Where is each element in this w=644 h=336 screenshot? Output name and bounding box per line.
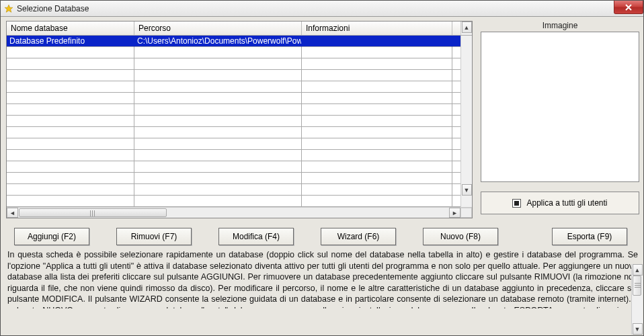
table-cell-path[interactable] [134,138,302,150]
table-cell-name[interactable] [7,116,134,127]
table-cell-info[interactable] [302,47,452,58]
table-cell-path[interactable] [134,184,302,196]
table-cell-info[interactable] [302,184,452,196]
table-cell-path[interactable] [134,58,302,70]
table-cell-info[interactable] [302,58,452,70]
table-row[interactable] [7,81,460,93]
table-cell-path[interactable] [134,116,302,127]
table-cell-rest [452,173,460,184]
image-preview-box [481,32,639,182]
vscroll-up-icon[interactable]: ▲ [462,22,472,33]
col-header-path[interactable]: Percorso [134,22,302,35]
close-button[interactable] [614,1,643,14]
table-cell-name[interactable] [7,47,134,58]
table-cell-info[interactable] [302,70,452,81]
help-vscroll-up-icon[interactable]: ▲ [633,264,643,276]
table-cell-info[interactable] [302,150,452,161]
table-row[interactable]: Database PredefinitoC:\Users\Antonioz\Do… [7,36,460,47]
table-cell-rest [452,81,460,93]
table-cell-rest [452,36,460,47]
table-cell-info[interactable] [302,138,452,150]
wizard-button[interactable]: Wizard (F6) [321,228,396,245]
table-cell-name[interactable] [7,58,134,70]
table-cell-rest [452,104,460,116]
table-row[interactable] [7,150,460,161]
table-cell-info[interactable] [302,36,452,47]
table-cell-name[interactable] [7,161,134,173]
modify-button[interactable]: Modifica (F4) [218,228,294,245]
table-row[interactable] [7,127,460,138]
image-caption: Immagine [481,21,639,30]
table-horizontal-scrollbar[interactable]: ◄ ► [7,207,472,218]
table-cell-name[interactable] [7,173,134,184]
table-row[interactable] [7,104,460,116]
database-table[interactable]: Nome database Percorso Informazioni ▲ Da… [6,21,473,218]
table-row[interactable] [7,161,460,173]
new-button[interactable]: Nuovo (F8) [423,228,498,245]
table-cell-path[interactable] [134,104,302,116]
table-row[interactable] [7,138,460,150]
table-cell-rest [452,196,460,207]
table-cell-rest [452,58,460,70]
help-vertical-scrollbar[interactable]: ▲ ▼ [631,264,643,335]
col-header-spacer [452,22,460,35]
table-cell-rest [452,116,460,127]
table-cell-rest [452,161,460,173]
table-vertical-scrollbar[interactable]: ▼ [460,36,472,207]
hscroll-left-icon[interactable]: ◄ [7,208,18,218]
table-cell-info[interactable] [302,116,452,127]
table-cell-info[interactable] [302,104,452,116]
col-header-info[interactable]: Informazioni [302,22,452,35]
table-cell-name[interactable] [7,196,134,207]
table-row[interactable] [7,47,460,58]
table-cell-name[interactable] [7,138,134,150]
table-cell-path[interactable] [134,93,302,104]
remove-button[interactable]: Rimuovi (F7) [116,228,192,245]
hscroll-right-icon[interactable]: ► [449,208,460,218]
table-cell-info[interactable] [302,173,452,184]
table-cell-name[interactable] [7,127,134,138]
table-row[interactable] [7,93,460,104]
table-cell-name[interactable] [7,184,134,196]
table-cell-name[interactable] [7,93,134,104]
table-cell-name[interactable] [7,81,134,93]
apply-all-users-toggle[interactable]: Applica a tutti gli utenti [481,192,639,214]
table-row[interactable] [7,58,460,70]
hscroll-thumb[interactable] [19,208,167,217]
vscroll-down-icon[interactable]: ▼ [462,184,472,196]
help-vscroll-thumb[interactable] [633,276,641,296]
table-cell-info[interactable] [302,127,452,138]
table-cell-path[interactable] [134,81,302,93]
table-cell-name[interactable] [7,104,134,116]
table-cell-info[interactable] [302,196,452,207]
table-cell-name[interactable] [7,150,134,161]
table-row[interactable] [7,184,460,196]
table-cell-rest [452,184,460,196]
help-text: In questa scheda è possibile selezionare… [1,245,643,308]
table-row[interactable] [7,70,460,81]
table-cell-path[interactable] [134,173,302,184]
table-cell-rest [452,127,460,138]
col-header-name[interactable]: Nome database [7,22,134,35]
apply-all-label: Applica a tutti gli utenti [526,198,607,208]
table-cell-name[interactable]: Database Predefinito [7,36,134,47]
table-row[interactable] [7,116,460,127]
table-row[interactable] [7,196,460,207]
help-vscroll-down-icon[interactable]: ▼ [633,323,643,335]
table-cell-info[interactable] [302,81,452,93]
table-cell-path[interactable] [134,150,302,161]
table-cell-name[interactable] [7,70,134,81]
table-cell-path[interactable] [134,127,302,138]
table-cell-path[interactable] [134,47,302,58]
table-cell-rest [452,93,460,104]
table-cell-path[interactable]: C:\Users\Antonioz\Documents\Powerwolf\Po… [134,36,302,47]
table-cell-path[interactable] [134,161,302,173]
table-row[interactable] [7,173,460,184]
add-button[interactable]: Aggiungi (F2) [14,228,89,245]
table-cell-path[interactable] [134,70,302,81]
table-cell-info[interactable] [302,161,452,173]
table-cell-info[interactable] [302,93,452,104]
export-button[interactable]: Esporta (F9) [552,228,627,245]
checkbox-icon[interactable] [512,199,521,208]
table-cell-path[interactable] [134,196,302,207]
